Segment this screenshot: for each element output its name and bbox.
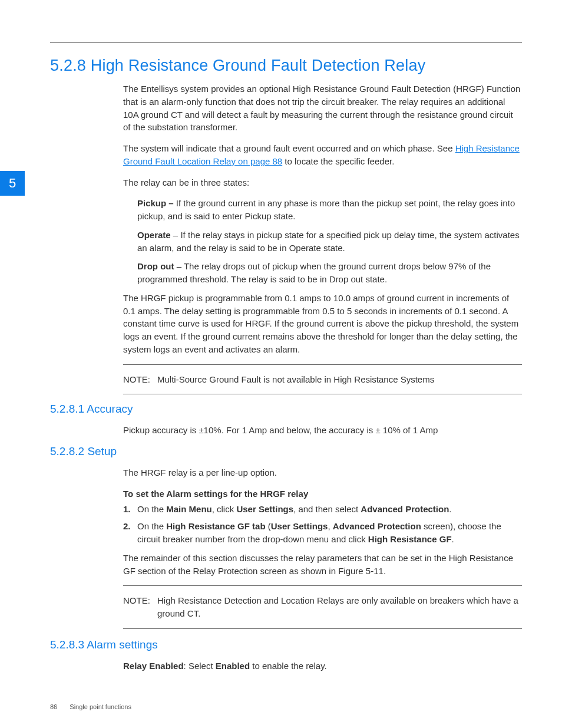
text: , xyxy=(328,521,332,531)
label: Operate xyxy=(137,230,171,240)
text: . xyxy=(449,504,451,514)
page-footer: 86 Single point functions xyxy=(50,703,131,710)
text: – The relay drops out of pickup when the… xyxy=(137,261,491,284)
paragraph: The relay can be in three states: xyxy=(123,176,522,189)
ui-term: Relay Enabled xyxy=(123,661,184,671)
horizontal-rule xyxy=(123,628,522,629)
page-number: 86 xyxy=(50,703,57,710)
state-operate: Operate – If the relay stays in pickup s… xyxy=(137,229,522,255)
note: NOTE: High Resistance Detection and Loca… xyxy=(123,594,522,620)
section-heading: 5.2.8 High Resistance Ground Fault Detec… xyxy=(50,57,425,75)
text: to locate the specific feeder. xyxy=(282,156,394,166)
ui-term: High Resistance GF xyxy=(368,534,452,544)
ordered-steps: On the Main Menu, click User Settings, a… xyxy=(123,503,522,546)
chapter-number-tab: 5 xyxy=(0,171,25,196)
note-text: Multi-Source Ground Fault is not availab… xyxy=(157,373,434,386)
note-label: NOTE: xyxy=(123,373,157,386)
subsection-heading-setup: 5.2.8.2 Setup xyxy=(50,445,522,458)
procedure-title: To set the Alarm settings for the HRGF r… xyxy=(123,487,522,500)
text: . xyxy=(452,534,454,544)
text: ( xyxy=(266,521,271,531)
horizontal-rule xyxy=(123,394,522,394)
ui-term: Advanced Protection xyxy=(361,504,449,514)
text: On the xyxy=(137,504,166,514)
state-dropout: Drop out – The relay drops out of pickup… xyxy=(137,260,522,286)
paragraph: Relay Enabled: Select Enabled to enable … xyxy=(123,660,522,673)
ui-term: Main Menu xyxy=(166,504,212,514)
text: The system will indicate that a ground f… xyxy=(123,143,455,153)
text: – If the relay stays in pickup state for… xyxy=(137,230,520,253)
text: , and then select xyxy=(293,504,361,514)
subsection-heading-accuracy: 5.2.8.1 Accuracy xyxy=(50,403,522,416)
paragraph: The remainder of this section discusses … xyxy=(123,552,522,578)
subsection-heading-alarm-settings: 5.2.8.3 Alarm settings xyxy=(50,638,522,651)
paragraph: The system will indicate that a ground f… xyxy=(123,142,522,168)
horizontal-rule xyxy=(123,585,522,586)
note: NOTE: Multi-Source Ground Fault is not a… xyxy=(123,373,522,386)
text: To set the Alarm settings for the HRGF r… xyxy=(123,489,308,499)
footer-title: Single point functions xyxy=(70,703,131,710)
note-label: NOTE: xyxy=(123,594,157,620)
note-text: High Resistance Detection and Location R… xyxy=(157,594,522,620)
paragraph: The HRGF relay is a per line-up option. xyxy=(123,466,522,479)
text: : Select xyxy=(184,661,216,671)
paragraph: Pickup accuracy is ±10%. For 1 Amp and b… xyxy=(123,424,522,437)
step-2: On the High Resistance GF tab (User Sett… xyxy=(123,520,522,546)
label: Drop out xyxy=(137,261,174,271)
top-horizontal-rule xyxy=(50,42,522,43)
ui-term: User Settings xyxy=(271,521,328,531)
state-pickup: Pickup – If the ground current in any ph… xyxy=(137,197,522,223)
ui-term: Enabled xyxy=(216,661,250,671)
text: If the ground current in any phase is mo… xyxy=(137,198,515,221)
paragraph: The HRGF pickup is programmable from 0.1… xyxy=(123,292,522,356)
ui-term: User Settings xyxy=(236,504,293,514)
ui-term: High Resistance GF tab xyxy=(166,521,265,531)
ui-term: Advanced Protection xyxy=(333,521,421,531)
step-1: On the Main Menu, click User Settings, a… xyxy=(123,503,522,516)
paragraph: The Entellisys system provides an option… xyxy=(123,83,522,134)
label: Pickup – xyxy=(137,198,174,208)
text: , click xyxy=(212,504,237,514)
horizontal-rule xyxy=(123,364,522,365)
text: to enable the relay. xyxy=(250,661,327,671)
text: On the xyxy=(137,521,166,531)
